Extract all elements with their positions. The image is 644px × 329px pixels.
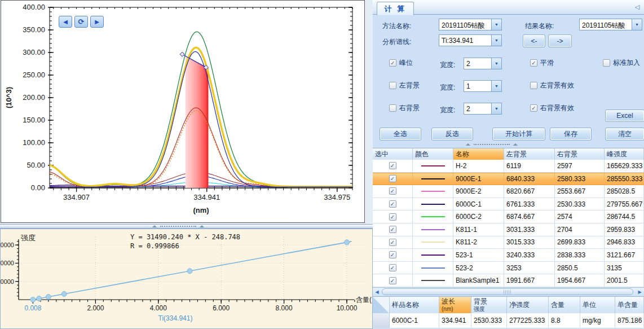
table-row[interactable]: ✓6000C-26874.6672574286744.5 [373, 210, 644, 223]
row-checkbox[interactable]: ✓ [389, 226, 396, 233]
sample-column-header-3[interactable]: 净强度 [507, 297, 549, 313]
row-left-bg: 6761.333 [504, 198, 555, 210]
row-checkbox[interactable]: ✓ [389, 175, 396, 182]
table-row[interactable]: ✓9000E-26820.6672553.667285028.5 [373, 185, 644, 198]
row-color-cell [413, 198, 453, 210]
scrollbar-thumb[interactable] [382, 288, 633, 295]
checkbox-icon: ✓ [530, 104, 537, 112]
row-name: 9000E-1 [453, 173, 504, 185]
row-color-cell [413, 185, 453, 198]
row-checkbox[interactable]: ✓ [389, 213, 396, 221]
left-background-valid-checkbox[interactable]: ✓ 左背景有效 [530, 81, 574, 90]
scroll-right-icon[interactable]: ▶ [636, 288, 644, 296]
start-calc-button[interactable]: 开始计算 [492, 128, 545, 141]
table-row[interactable]: ✓K811-13031.33327042959.833 [373, 223, 644, 236]
chart-next-button[interactable]: ▶ [90, 16, 104, 28]
table-splitter[interactable] [373, 143, 644, 147]
svg-text:300.00: 300.00 [23, 48, 45, 56]
sample-table-row[interactable]: 6000C-1334.9412530.333277225.3338.8mg/kg… [373, 313, 644, 328]
row-checkbox[interactable]: ✓ [389, 200, 396, 208]
column-header-0[interactable]: 选中 [373, 148, 413, 160]
scrollbar-grip [504, 290, 511, 294]
svg-text:334.907: 334.907 [63, 193, 90, 201]
chevron-down-icon[interactable]: ▼ [632, 19, 642, 30]
table-row[interactable]: ✓K811-23015.3332699.8332946.833 [373, 236, 644, 249]
row-checkbox[interactable]: ✓ [389, 162, 396, 169]
series-color-swatch [421, 280, 445, 281]
row-checkbox[interactable]: ✓ [389, 264, 396, 271]
refresh-icon: ⟳ [78, 17, 85, 26]
row-peak: 3121.667 [605, 249, 644, 261]
row-checkbox[interactable]: ✓ [389, 239, 396, 246]
width2-select[interactable]: 1 ▼ [464, 80, 502, 92]
table-row[interactable]: ✓9000E-16840.3332580.333285550.333 [373, 173, 644, 186]
row-checkbox-cell: ✓ [373, 274, 413, 287]
sample-column-header-4[interactable]: 含量 [549, 297, 580, 313]
chevron-down-icon[interactable]: ▼ [491, 35, 501, 46]
sample-column-header-1[interactable]: 波长(nm) [439, 297, 471, 313]
splitter-grip [474, 144, 510, 145]
svg-text:334.975: 334.975 [324, 193, 350, 201]
row-checkbox-cell: ✓ [373, 249, 413, 261]
row-checkbox-cell: ✓ [373, 210, 413, 223]
method-name-select[interactable]: 20191105钴酸 ▼ [439, 19, 502, 30]
chevron-down-icon[interactable]: ▼ [491, 103, 501, 114]
column-header-4[interactable]: 右背景 [555, 148, 605, 160]
chart-refresh-button[interactable]: ⟳ [74, 16, 88, 28]
chart-prev-button[interactable]: ◀ [59, 16, 72, 28]
sample-column-header-5[interactable]: 单位 [580, 297, 615, 313]
svg-text:400.00: 400.00 [23, 3, 45, 11]
tab-calculate[interactable]: 计 算 [377, 2, 414, 15]
width1-select[interactable]: 2 ▼ [464, 58, 502, 69]
right-background-valid-checkbox[interactable]: ✓ 右背景有效 [530, 103, 574, 113]
standard-addition-checkbox[interactable]: ✓ 标准加入 [603, 58, 640, 68]
series-color-swatch [421, 204, 445, 205]
scroll-left-icon[interactable]: ◀ [373, 288, 381, 296]
sample-column-header-2[interactable]: 背景强度 [471, 297, 507, 313]
column-header-2[interactable]: 名称 [453, 148, 504, 160]
clear-button[interactable]: 清空 [605, 128, 644, 141]
next-result-button[interactable]: -> [548, 34, 572, 47]
splitter-grip [160, 226, 196, 227]
svg-text:R = 0.999866: R = 0.999866 [130, 242, 179, 250]
collapse-panel-icon[interactable]: ◁ [635, 3, 639, 11]
save-button[interactable]: 保存 [550, 128, 592, 141]
row-checkbox[interactable]: ✓ [389, 277, 396, 284]
row-checkbox[interactable]: ✓ [389, 251, 396, 258]
row-name: H-2 [453, 160, 504, 172]
width3-select[interactable]: 2 ▼ [464, 103, 502, 115]
row-name: 6000C-2 [453, 210, 504, 223]
chevron-down-icon[interactable]: ▼ [491, 58, 501, 69]
smooth-checkbox[interactable]: ✓ 平滑 [530, 58, 554, 68]
sample-column-header-6[interactable]: 单含量 [615, 297, 644, 313]
table-row[interactable]: ✓6000C-16761.3332530.333279755.667 [373, 198, 644, 211]
table-hscrollbar[interactable]: ◀ ▶ [373, 287, 644, 296]
sample-column-header-0[interactable]: 样品名称 [390, 297, 439, 313]
row-checkbox[interactable]: ✓ [389, 187, 396, 195]
table-row[interactable]: ✓H-261192597165629.333 [373, 160, 644, 173]
column-header-5[interactable]: 峰强度 [605, 148, 644, 160]
wavelength: 334.941 [439, 313, 471, 328]
column-header-1[interactable]: 颜色 [413, 148, 453, 160]
analysis-line-select[interactable]: Ti:334.941 ▼ [439, 34, 502, 46]
chevron-down-icon[interactable]: ▼ [491, 19, 501, 30]
result-name-select[interactable]: 20191105钴酸 ▼ [579, 19, 642, 30]
left-background-checkbox[interactable]: ✓ 左背景 [389, 81, 420, 90]
width2-value: 1 [466, 82, 470, 90]
prev-result-button[interactable]: <- [523, 34, 545, 47]
table-row[interactable]: ✓BlankSample11991.6671954.6672001.5 [373, 274, 644, 287]
right-background-valid-label: 右背景有效 [540, 103, 574, 113]
method-name-label: 方法名称: [382, 21, 411, 31]
select-all-button[interactable]: 全选 [380, 128, 421, 141]
peak-checkbox[interactable]: ✓ 峰位 [389, 58, 413, 68]
excel-button[interactable]: Excel [605, 109, 644, 122]
analysis-line-label: 分析谱线: [382, 37, 411, 47]
column-header-3[interactable]: 左背景 [504, 148, 555, 160]
table-row[interactable]: ✓523-13240.3332838.3333121.667 [373, 249, 644, 262]
invert-selection-button[interactable]: 反选 [431, 128, 473, 141]
table-row[interactable]: ✓523-232532850.53135 [373, 262, 644, 275]
svg-text:300000: 300000 [1, 242, 14, 248]
right-background-checkbox[interactable]: ✓ 右背景 [389, 103, 420, 113]
chevron-down-icon[interactable]: ▼ [491, 81, 501, 91]
horizontal-splitter[interactable] [0, 224, 373, 229]
